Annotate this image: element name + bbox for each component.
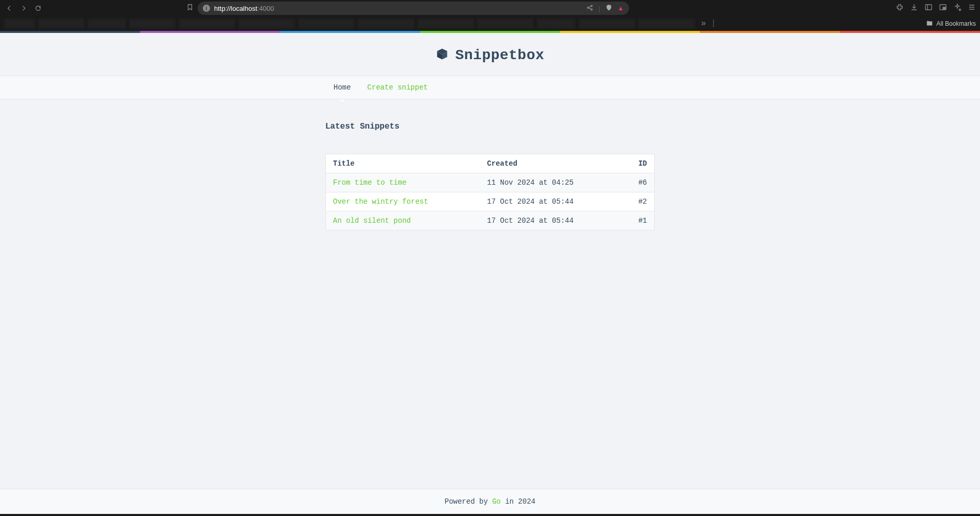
col-created: Created — [480, 154, 621, 173]
bookmark-item[interactable] — [129, 19, 176, 29]
svg-point-2 — [591, 9, 592, 10]
svg-rect-5 — [943, 7, 946, 9]
url-text: http://localhost:4000 — [214, 5, 582, 12]
bookmark-icon[interactable] — [186, 4, 194, 13]
browser-toolbar: i http://localhost:4000 | ▲ — [0, 0, 980, 16]
table-row: Over the wintry forest 17 Oct 2024 at 05… — [326, 192, 655, 211]
box-icon — [435, 47, 449, 63]
bookmark-item[interactable] — [238, 19, 295, 29]
bookmark-item[interactable] — [417, 19, 474, 29]
url-bar[interactable]: i http://localhost:4000 | ▲ — [198, 2, 629, 15]
page: Snippetbox Home Create snippet Latest Sn… — [0, 31, 980, 514]
nav-create-snippet[interactable]: Create snippet — [359, 76, 436, 99]
bookmark-item[interactable] — [298, 19, 355, 29]
shield-icon[interactable] — [605, 4, 612, 13]
menu-icon[interactable] — [968, 3, 976, 14]
table-row: An old silent pond 17 Oct 2024 at 05:44 … — [326, 211, 655, 230]
snippet-link[interactable]: From time to time — [333, 179, 407, 187]
site-info-icon[interactable]: i — [203, 5, 210, 12]
col-title: Title — [326, 154, 480, 173]
sparkle-icon[interactable] — [953, 3, 961, 14]
table-row: From time to time 11 Nov 2024 at 04:25 #… — [326, 173, 655, 192]
snippet-created: 17 Oct 2024 at 05:44 — [480, 211, 621, 230]
section-title: Latest Snippets — [325, 122, 655, 131]
download-icon[interactable] — [910, 3, 918, 14]
bookmark-item[interactable] — [579, 19, 635, 29]
footer-prefix: Powered by — [445, 497, 492, 506]
svg-point-1 — [591, 5, 592, 7]
brave-icon[interactable]: ▲ — [618, 5, 624, 12]
footer-suffix: in 2024 — [501, 497, 535, 506]
snippet-id: #1 — [622, 211, 655, 230]
svg-point-0 — [587, 7, 589, 8]
all-bookmarks-label: All Bookmarks — [936, 20, 976, 27]
sidebar-icon[interactable] — [924, 3, 933, 14]
extensions-icon[interactable] — [896, 3, 904, 14]
main: Latest Snippets Title Created ID From ti… — [325, 99, 655, 489]
brand[interactable]: Snippetbox — [435, 47, 544, 63]
svg-rect-3 — [925, 5, 932, 10]
page-header: Snippetbox — [0, 33, 980, 76]
bookmarks-overflow-icon[interactable]: » — [701, 19, 706, 28]
pip-icon[interactable] — [939, 3, 947, 14]
bookmark-item[interactable] — [477, 19, 534, 29]
nav-home[interactable]: Home — [325, 76, 359, 99]
bookmark-item[interactable] — [179, 19, 235, 29]
forward-button[interactable] — [19, 3, 29, 13]
bookmark-item[interactable] — [38, 19, 84, 29]
all-bookmarks-button[interactable]: All Bookmarks — [926, 20, 976, 28]
snippet-link[interactable]: An old silent pond — [333, 217, 411, 225]
nav: Home Create snippet — [0, 76, 980, 99]
snippet-id: #2 — [622, 192, 655, 211]
bookmark-item[interactable] — [358, 19, 414, 29]
bookmark-item[interactable] — [4, 19, 35, 29]
reload-button[interactable] — [33, 3, 43, 13]
bookmark-item[interactable] — [87, 19, 126, 29]
snippet-link[interactable]: Over the wintry forest — [333, 198, 428, 206]
snippet-created: 17 Oct 2024 at 05:44 — [480, 192, 621, 211]
col-id: ID — [622, 154, 655, 173]
share-icon[interactable] — [586, 4, 593, 13]
folder-icon — [926, 20, 933, 28]
bookmark-item[interactable] — [638, 19, 695, 29]
snippet-created: 11 Nov 2024 at 04:25 — [480, 173, 621, 192]
back-button[interactable] — [4, 3, 14, 13]
footer: Powered by Go in 2024 — [0, 489, 980, 514]
bookmarks-bar: » | All Bookmarks — [0, 16, 980, 31]
snippets-table: Title Created ID From time to time 11 No… — [325, 154, 655, 230]
footer-link-go[interactable]: Go — [492, 497, 501, 506]
brand-title: Snippetbox — [455, 47, 544, 63]
bookmark-item[interactable] — [537, 19, 575, 29]
snippet-id: #6 — [622, 173, 655, 192]
